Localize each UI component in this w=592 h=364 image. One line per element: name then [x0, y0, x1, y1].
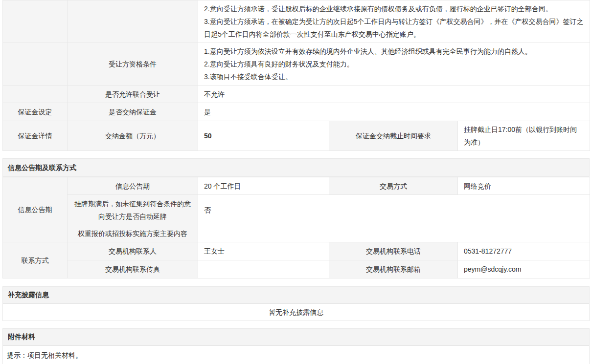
table-row: 权重报价或招投标实施方案主要内容 — [3, 225, 590, 242]
deposit-amount-value: 50 — [198, 121, 329, 151]
contact-fax-value — [198, 260, 329, 278]
period-label: 信息公告期 — [68, 177, 198, 195]
transferee-commitment-value: 2.意向受让方须承诺，受让股权后标的企业继续承接原有的债权债务及或有负债，履行标… — [198, 0, 590, 43]
commitment-line: 3.意向受让方须承诺，在被确定为受让方的次日起5个工作日内与转让方签订《产权交易… — [204, 15, 584, 41]
qualification-value: 1.意向受让方须为依法设立并有效存续的境内外企业法人、其他经济组织或具有完全民事… — [198, 43, 590, 86]
joint-transfer-label: 是否允许联合受让 — [68, 86, 198, 103]
auto-extend-label: 挂牌期满后，如未征集到符合条件的意向受让方是否自动延牌 — [68, 195, 198, 225]
transfer-conditions-table: 2.意向受让方须承诺，受让股权后标的企业继续承接原有的债权债务及或有负债，履行标… — [2, 0, 590, 151]
section-title-supplementary: 补充披露信息 — [2, 286, 590, 303]
deposit-setting-category: 保证金设定 — [3, 103, 68, 121]
table-row: 保证金详情 交纳金额（万元） 50 保证金交纳截止时间要求 挂牌截止日17:00… — [3, 121, 590, 151]
category-cell-empty — [3, 43, 68, 86]
supplementary-table: 暂无补充披露信息 — [2, 303, 590, 321]
section-title-announcement: 信息公告期及联系方式 — [2, 158, 590, 177]
deposit-deadline-value: 挂牌截止日17:00前（以银行到账时间为准） — [458, 121, 590, 151]
attachment-tip-text: 提示：项目无相关材料。 — [3, 346, 590, 364]
contact-category: 联系方式 — [3, 242, 68, 278]
category-cell-empty — [3, 86, 68, 103]
label-cell-empty — [68, 0, 198, 43]
supplementary-empty-text: 暂无补充披露信息 — [3, 304, 590, 321]
qualification-line: 2.意向受让方须具有良好的财务状况及支付能力。 — [204, 58, 584, 70]
table-row: 挂牌期满后，如未征集到符合条件的意向受让方是否自动延牌 否 — [3, 195, 590, 225]
section-title-attachment: 附件材料 — [2, 328, 590, 345]
contact-phone-value: 0531-81272777 — [458, 242, 590, 260]
contact-email-value: peym@sdcqjy.com — [458, 260, 590, 278]
joint-transfer-value: 不允许 — [198, 86, 590, 103]
trade-method-label: 交易方式 — [329, 177, 458, 195]
table-row: 是否允许联合受让 不允许 — [3, 86, 590, 103]
table-row: 保证金设定 是否交纳保证金 是 — [3, 103, 590, 121]
table-row: 提示：项目无相关材料。 — [3, 346, 590, 364]
listing-detail-page: 2.意向受让方须承诺，受让股权后标的企业继续承接原有的债权债务及或有负债，履行标… — [2, 0, 590, 364]
contact-fax-label: 交易机构联系传真 — [68, 260, 198, 278]
deposit-required-label: 是否交纳保证金 — [68, 103, 198, 121]
qualification-line: 3.该项目不接受联合体受让。 — [204, 70, 584, 83]
period-value: 20 个工作日 — [198, 177, 329, 195]
deposit-amount-label: 交纳金额（万元） — [68, 121, 198, 151]
commitment-line: 2.意向受让方须承诺，受让股权后标的企业继续承接原有的债权债务及或有负债，履行标… — [204, 2, 584, 15]
announcement-category: 信息公告期 — [3, 177, 68, 242]
weight-quote-value — [198, 225, 590, 242]
table-row: 受让方资格条件 1.意向受让方须为依法设立并有效存续的境内外企业法人、其他经济组… — [3, 43, 590, 86]
qualification-label: 受让方资格条件 — [68, 43, 198, 86]
contact-person-label: 交易机构联系人 — [68, 242, 198, 260]
table-row: 交易机构联系传真 交易机构联系邮箱 peym@sdcqjy.com — [3, 260, 590, 278]
table-row: 2.意向受让方须承诺，受让股权后标的企业继续承接原有的债权债务及或有负债，履行标… — [3, 0, 590, 43]
table-row: 信息公告期 信息公告期 20 个工作日 交易方式 网络竞价 — [3, 177, 590, 195]
deposit-detail-category: 保证金详情 — [3, 121, 68, 151]
trade-method-value: 网络竞价 — [458, 177, 590, 195]
qualification-line: 1.意向受让方须为依法设立并有效存续的境内外企业法人、其他经济组织或具有完全民事… — [204, 45, 584, 58]
contact-person-value: 王女士 — [198, 242, 329, 260]
deposit-required-value: 是 — [198, 103, 590, 121]
table-row: 暂无补充披露信息 — [3, 304, 590, 321]
contact-phone-label: 交易机构联系电话 — [329, 242, 458, 260]
contact-email-label: 交易机构联系邮箱 — [329, 260, 458, 278]
weight-quote-label: 权重报价或招投标实施方案主要内容 — [68, 225, 198, 242]
announcement-contact-table: 信息公告期 信息公告期 20 个工作日 交易方式 网络竞价 挂牌期满后，如未征集… — [2, 177, 590, 278]
category-cell-empty — [3, 0, 68, 43]
attachment-table: 提示：项目无相关材料。 — [2, 345, 590, 364]
table-row: 联系方式 交易机构联系人 王女士 交易机构联系电话 0531-81272777 — [3, 242, 590, 260]
auto-extend-value: 否 — [198, 195, 590, 225]
deposit-deadline-label: 保证金交纳截止时间要求 — [329, 121, 458, 151]
